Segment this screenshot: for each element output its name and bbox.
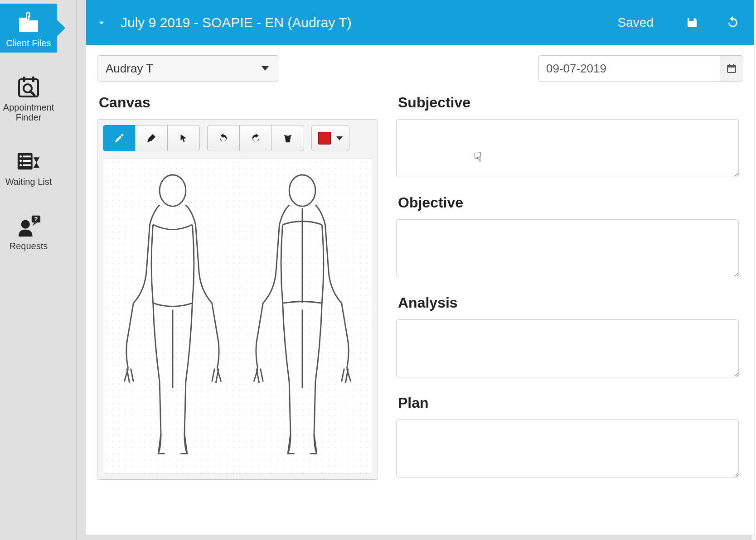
svg-rect-0 [19, 79, 38, 96]
record-title: July 9 2019 - SOAPIE - EN (Audray T) [121, 15, 608, 30]
sidebar: Client Files Appointment Finder [0, 4, 57, 256]
svg-rect-7 [23, 155, 30, 157]
date-picker-button[interactable] [720, 55, 743, 82]
svg-point-12 [21, 220, 30, 228]
sidebar-item-label: Requests [10, 241, 48, 251]
tool-group [103, 125, 200, 151]
canvas-title: Canvas [99, 94, 378, 111]
svg-point-6 [19, 155, 22, 158]
sidebar-item-client-files[interactable]: Client Files [0, 4, 57, 53]
canvas-panel [97, 119, 378, 480]
note-title: Objective [398, 194, 739, 211]
columns: Canvas [86, 82, 754, 495]
svg-rect-16 [727, 65, 736, 68]
note-title: Subjective [398, 94, 739, 111]
app-frame: Client Files Appointment Finder [0, 0, 756, 540]
highlighter-tool[interactable] [103, 125, 136, 151]
chevron-down-icon [262, 66, 269, 71]
body-back-icon [243, 171, 361, 461]
body-front-icon [114, 171, 232, 461]
color-swatch [318, 132, 331, 145]
svg-rect-2 [32, 77, 34, 82]
clip-folder-icon [16, 10, 41, 35]
svg-point-8 [19, 160, 22, 162]
svg-rect-1 [23, 77, 25, 82]
canvas-column: Canvas [97, 90, 378, 495]
person-question-icon: ? [16, 213, 41, 238]
canvas-toolbar [103, 125, 372, 151]
date-input[interactable]: 09-07-2019 [538, 55, 720, 82]
card-header: July 9 2019 - SOAPIE - EN (Audray T) Sav… [86, 0, 754, 45]
svg-point-21 [289, 175, 315, 206]
svg-rect-9 [23, 160, 30, 162]
save-status: Saved [618, 15, 654, 30]
date-group: 09-07-2019 [538, 55, 743, 82]
note-block-plan: Plan [396, 395, 739, 479]
save-button[interactable] [681, 11, 703, 34]
collapse-button[interactable] [92, 14, 111, 32]
analysis-textarea[interactable] [396, 319, 739, 377]
controls-row: Audray T 09-07-2019 [86, 45, 754, 82]
svg-rect-17 [729, 64, 730, 66]
notes-column: Subjective Objective Analysis Plan [396, 90, 743, 495]
revert-button[interactable] [722, 11, 744, 34]
divider [76, 0, 77, 540]
svg-point-19 [160, 175, 186, 206]
svg-rect-11 [23, 164, 30, 166]
calendar-search-icon [16, 74, 41, 100]
chevron-down-icon [336, 136, 343, 140]
svg-rect-18 [733, 64, 734, 66]
note-block-subjective: Subjective [396, 94, 739, 179]
subjective-textarea[interactable] [396, 119, 739, 177]
sidebar-item-appointment-finder[interactable]: Appointment Finder [0, 68, 57, 127]
patient-select-value: Audray T [106, 62, 153, 76]
record-card: July 9 2019 - SOAPIE - EN (Audray T) Sav… [86, 0, 754, 535]
delete-button[interactable] [271, 125, 304, 151]
undo-button[interactable] [207, 125, 240, 151]
note-block-objective: Objective [396, 194, 739, 279]
redo-button[interactable] [239, 125, 272, 151]
plan-textarea[interactable] [396, 419, 739, 477]
note-title: Analysis [398, 294, 739, 311]
color-picker[interactable] [311, 125, 349, 151]
svg-point-10 [19, 164, 22, 166]
sidebar-item-requests[interactable]: ? Requests [0, 207, 57, 256]
note-title: Plan [398, 395, 739, 411]
list-hourglass-icon [16, 149, 41, 174]
patient-select[interactable]: Audray T [97, 55, 279, 82]
pencil-tool[interactable] [135, 125, 168, 151]
objective-textarea[interactable] [396, 219, 739, 277]
svg-text:?: ? [34, 216, 38, 222]
pointer-tool[interactable] [167, 125, 200, 151]
date-value: 09-07-2019 [546, 62, 606, 76]
sidebar-item-waiting-list[interactable]: Waiting List [0, 142, 57, 191]
sidebar-item-label: Waiting List [5, 177, 52, 187]
sidebar-item-label: Appointment Finder [3, 102, 54, 122]
body-canvas[interactable] [103, 159, 372, 474]
svg-line-4 [30, 91, 34, 95]
note-block-analysis: Analysis [396, 294, 739, 379]
history-group [207, 125, 304, 151]
sidebar-item-label: Client Files [6, 38, 51, 48]
